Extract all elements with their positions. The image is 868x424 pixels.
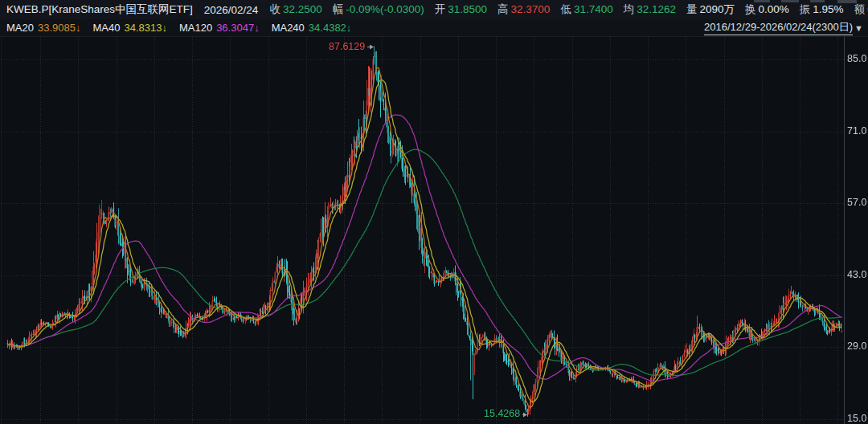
quote-field-label: 幅: [333, 3, 344, 15]
quote-field-幅: 幅-0.09%(-0.0300): [333, 2, 424, 17]
toolbar-fragment-icon: [781, 0, 799, 2]
quote-field-value: 0.00%: [759, 3, 789, 15]
y-axis-tick: 15.0: [847, 413, 866, 424]
toolbar-fragment-icon: [810, 0, 825, 2]
quote-field-量: 量2090万: [686, 2, 735, 17]
quote-field-value: 32.3700: [511, 3, 551, 15]
ma-indicator-ma20: MA2033.9085↓: [6, 22, 80, 34]
ma-indicator-ma120: MA12036.3047↓: [179, 22, 260, 34]
date-range-label[interactable]: 2016/12/29-2026/02/24(2300日): [704, 20, 853, 35]
high-price-annotation: 87.6129: [329, 41, 365, 52]
quote-field-额: 额6.72亿: [854, 2, 868, 17]
low-price-annotation: 15.4268: [484, 408, 520, 419]
ma-label: MA40: [92, 22, 120, 34]
quote-field-振: 振1.95%: [800, 2, 844, 17]
quote-field-label: 高: [497, 3, 509, 15]
quote-field-value: 31.7400: [574, 3, 613, 15]
date-range-selector[interactable]: 2016/12/29-2026/02/24(2300日) ▼: [704, 20, 863, 35]
quote-field-value: 2090万: [700, 3, 735, 15]
price-chart-canvas[interactable]: [0, 0, 868, 424]
toolbar-fragment-icon: [837, 0, 857, 3]
quote-field-label: 收: [269, 3, 280, 15]
quote-field-label: 量: [686, 3, 698, 15]
quote-field-value: 31.8500: [448, 3, 487, 15]
quote-field-低: 低31.7400: [560, 2, 612, 17]
quote-header-bar: KWEB.P[KraneShares中国互联网ETF] 2026/02/24 收…: [0, 0, 868, 19]
y-axis-tick: 71.0: [847, 125, 866, 137]
y-axis-tick: 57.0: [847, 197, 866, 208]
chevron-down-icon[interactable]: ▼: [854, 23, 863, 33]
quote-field-label: 开: [435, 3, 446, 15]
quote-field-收: 收32.2500: [269, 2, 321, 17]
ma-label: MA120: [179, 22, 212, 34]
quote-field-value: 1.95%: [813, 3, 843, 15]
quote-field-label: 均: [624, 3, 635, 15]
quote-date: 2026/02/24: [204, 4, 259, 16]
quote-fields: 收32.2500幅-0.09%(-0.0300)开31.8500高32.3700…: [269, 2, 868, 17]
quote-field-均: 均32.1262: [624, 2, 676, 17]
ma-value: 34.8313↓: [124, 22, 167, 34]
toolbar-fragment-icon: [754, 0, 770, 2]
stock-app-window: KWEB.P[KraneShares中国互联网ETF] 2026/02/24 收…: [0, 0, 868, 424]
y-axis-tick: 85.0: [847, 53, 866, 64]
quote-field-换: 换0.00%: [745, 2, 789, 17]
ma-value: 33.9085↓: [38, 22, 81, 34]
quote-field-label: 换: [745, 3, 756, 15]
ma-label: MA240: [272, 22, 305, 34]
ma-value: 36.3047↓: [216, 22, 260, 34]
quote-field-高: 高32.3700: [497, 2, 550, 17]
ma-label: MA20: [6, 22, 34, 34]
y-axis-tick: 29.0: [847, 340, 866, 352]
symbol-title: KWEB.P[KraneShares中国互联网ETF]: [6, 2, 193, 17]
ma-indicator-ma40: MA4034.8313↓: [92, 22, 166, 34]
ma-items: MA2033.9085↓MA4034.8313↓MA12036.3047↓MA2…: [6, 22, 363, 34]
ma-indicator-ma240: MA24034.4382↓: [272, 22, 352, 34]
quote-field-开: 开31.8500: [435, 2, 487, 17]
ma-indicator-bar: MA2033.9085↓MA4034.8313↓MA12036.3047↓MA2…: [0, 19, 868, 37]
quote-field-value: 32.1262: [637, 3, 676, 15]
quote-field-value: 32.2500: [283, 3, 322, 15]
quote-field-label: 额: [854, 3, 866, 15]
quote-field-value: -0.09%(-0.0300): [346, 3, 424, 15]
quote-field-label: 振: [800, 3, 811, 15]
y-axis-tick: 43.0: [847, 269, 866, 280]
ma-value: 34.4382↓: [309, 22, 352, 34]
quote-field-label: 低: [560, 3, 571, 15]
